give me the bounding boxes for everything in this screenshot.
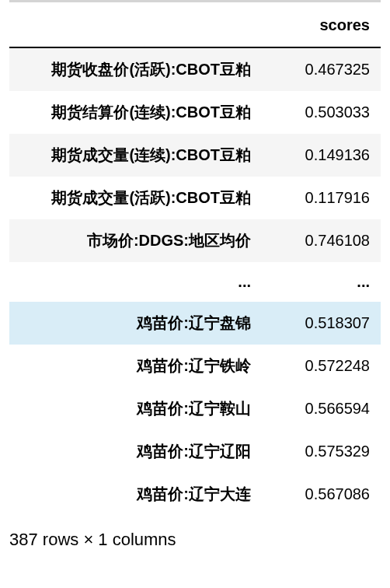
table-row: 期货收盘价(活跃):CBOT豆粕0.467325	[9, 47, 381, 91]
table-row: 鸡苗价:辽宁铁岭0.572248	[9, 345, 381, 387]
row-index: 期货结算价(连续):CBOT豆粕	[9, 91, 262, 134]
table-row: 期货结算价(连续):CBOT豆粕0.503033	[9, 91, 381, 134]
row-index: 期货收盘价(活跃):CBOT豆粕	[9, 47, 262, 91]
scores-header: scores	[262, 4, 381, 47]
row-index: 鸡苗价:辽宁盘锦	[9, 302, 262, 345]
table-row: 期货成交量(连续):CBOT豆粕0.149136	[9, 134, 381, 177]
table-row: 市场价:DDGS:地区均价0.746108	[9, 219, 381, 262]
row-value: 0.566594	[262, 387, 381, 430]
ellipsis-row: ......	[9, 262, 381, 302]
row-index: 期货成交量(活跃):CBOT豆粕	[9, 177, 262, 219]
index-header	[9, 4, 262, 47]
row-value: 0.575329	[262, 430, 381, 473]
dataframe-container: scores 期货收盘价(活跃):CBOT豆粕0.467325期货结算价(连续)…	[0, 4, 390, 516]
dataframe-table: scores 期货收盘价(活跃):CBOT豆粕0.467325期货结算价(连续)…	[9, 4, 381, 516]
row-index: ...	[9, 262, 262, 302]
row-value: 0.572248	[262, 345, 381, 387]
row-index: 鸡苗价:辽宁铁岭	[9, 345, 262, 387]
row-value: 0.467325	[262, 47, 381, 91]
row-value: 0.518307	[262, 302, 381, 345]
table-row: 期货成交量(活跃):CBOT豆粕0.117916	[9, 177, 381, 219]
row-value: 0.149136	[262, 134, 381, 177]
table-row: 鸡苗价:辽宁盘锦0.518307	[9, 302, 381, 345]
row-value: 0.746108	[262, 219, 381, 262]
row-index: 期货成交量(连续):CBOT豆粕	[9, 134, 262, 177]
row-index: 鸡苗价:辽宁辽阳	[9, 430, 262, 473]
header-row: scores	[9, 4, 381, 47]
row-value: ...	[262, 262, 381, 302]
table-row: 鸡苗价:辽宁鞍山0.566594	[9, 387, 381, 430]
row-index: 鸡苗价:辽宁鞍山	[9, 387, 262, 430]
dimensions-footer: 387 rows × 1 columns	[0, 530, 390, 564]
top-border	[9, 0, 381, 2]
row-value: 0.567086	[262, 473, 381, 516]
row-index: 鸡苗价:辽宁大连	[9, 473, 262, 516]
table-row: 鸡苗价:辽宁辽阳0.575329	[9, 430, 381, 473]
table-row: 鸡苗价:辽宁大连0.567086	[9, 473, 381, 516]
row-index: 市场价:DDGS:地区均价	[9, 219, 262, 262]
row-value: 0.503033	[262, 91, 381, 134]
row-value: 0.117916	[262, 177, 381, 219]
